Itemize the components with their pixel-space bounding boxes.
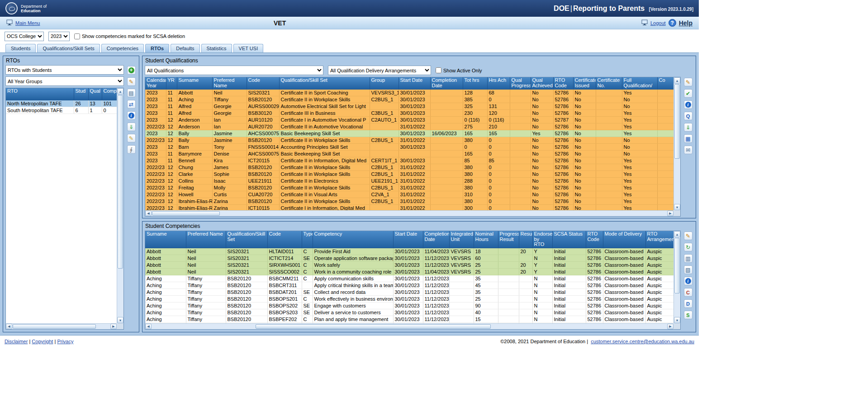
qualifications-vertical-scrollbar[interactable]: ▲ ▼: [674, 77, 680, 210]
show-active-only-checkbox[interactable]: [436, 67, 441, 73]
year-select[interactable]: 2023: [48, 32, 70, 41]
help-icon[interactable]: ?: [669, 19, 676, 27]
tab-statistics[interactable]: Statistics: [201, 44, 232, 52]
scroll-thumb[interactable]: [13, 324, 96, 329]
qualification-row[interactable]: 2023 11 Abbott Neil SIS20321 Certificate…: [145, 89, 674, 96]
qualification-usi-icon[interactable]: Q: [684, 112, 693, 120]
qualification-row[interactable]: 2023 11 Barrymore Denise AHCSS00075 Basi…: [145, 150, 674, 157]
copy-c-results-icon[interactable]: C: [684, 288, 693, 297]
qualification-filter-select[interactable]: All Qualifications: [145, 66, 323, 75]
paste-rto-icon[interactable]: ▤: [127, 89, 136, 97]
school-select[interactable]: OCS College: [5, 32, 44, 41]
tab-defaults[interactable]: Defaults: [171, 44, 199, 52]
competency-info-icon[interactable]: i: [684, 277, 693, 285]
rto-row[interactable]: North Metropolitan TAFE 26 13 101: [6, 100, 117, 107]
competency-row[interactable]: Aching Tiffany BSB20120 BSBCMM211 C Appl…: [145, 275, 674, 282]
qualification-row[interactable]: 2022/23 12 Chung James BSB20120 Certific…: [145, 164, 674, 170]
competency-row[interactable]: Aching Tiffany BSB20120 BSBDAT201 SE Col…: [145, 288, 674, 295]
rto-horizontal-scrollbar[interactable]: ◀ ▶: [6, 323, 117, 329]
qualification-row[interactable]: 2023 12 Anderson Ian AUR10120 Certificat…: [145, 116, 674, 123]
competencies-vertical-scrollbar[interactable]: ▲ ▼: [674, 231, 680, 323]
rto-row[interactable]: South Metropolitan TAFE 6 1 0: [6, 107, 117, 113]
scsa-deletion-checkbox[interactable]: [74, 33, 80, 39]
qualification-details-icon[interactable]: ▦: [684, 134, 693, 143]
update-results-icon[interactable]: ↻: [684, 243, 693, 251]
add-rto-icon[interactable]: +: [127, 66, 136, 75]
scroll-left-arrow[interactable]: ◀: [145, 211, 152, 216]
edit-competency-icon[interactable]: ✎: [684, 232, 693, 240]
rto-notes-icon[interactable]: ✎: [127, 134, 136, 142]
copy-s-results-icon[interactable]: S: [684, 311, 693, 319]
competency-row[interactable]: Abbott Neil SIS20321 SISSSCO002 C Work i…: [145, 268, 674, 275]
competency-row[interactable]: Aching Tiffany BSB20120 BSBPEF202 C Plan…: [145, 316, 674, 322]
copy-competencies-icon[interactable]: ▥: [684, 254, 693, 263]
tab-rtos[interactable]: RTOs: [145, 44, 169, 52]
export-rto-icon[interactable]: ⇓: [127, 123, 136, 131]
copy-d-results-icon[interactable]: D: [684, 299, 693, 308]
delivery-arrangement-filter-select[interactable]: All Qualification Delivery Arrangements: [328, 66, 431, 75]
qualification-row[interactable]: 2023 12 Bally Jasmine AHCSS00075 Basic B…: [145, 130, 674, 137]
rto-info-icon[interactable]: i: [127, 111, 136, 120]
qualification-info-icon[interactable]: i: [684, 100, 693, 109]
competency-row[interactable]: Abbott Neil SIS20321 ICTICT214 SE Operat…: [145, 255, 674, 261]
competency-row[interactable]: Abbott Neil SIS20321 HLTAID011 C Provide…: [145, 248, 674, 255]
qualification-row[interactable]: 2022/23 12 Ibrahim-Elias-Reub Zarina BSB…: [145, 198, 674, 204]
scroll-right-arrow[interactable]: ▶: [667, 324, 674, 329]
competency-row[interactable]: Abbott Neil SIS20321 SIRXWHS001 C Work s…: [145, 261, 674, 268]
scroll-down-arrow[interactable]: ▼: [674, 317, 680, 323]
scroll-left-arrow[interactable]: ◀: [6, 324, 12, 329]
qualification-row[interactable]: 2022/23 12 Anderson Ian AUR20720 Certifi…: [145, 123, 674, 130]
qualification-row[interactable]: 2023 11 Bennell Kira ICT20115 Certificat…: [145, 157, 674, 164]
import-results-icon[interactable]: ⇓: [684, 123, 693, 132]
competency-row[interactable]: Aching Tiffany BSB20120 BSBOPS201 C Work…: [145, 295, 674, 302]
qualification-row[interactable]: 2023 11 Aching Tiffany BSB20120 Certific…: [145, 96, 674, 103]
logout-link[interactable]: Logout: [650, 20, 666, 26]
support-email-link[interactable]: customer.service.centre@education.wa.edu…: [591, 339, 694, 344]
scroll-thumb[interactable]: [152, 211, 220, 216]
scroll-up-arrow[interactable]: ▲: [674, 231, 680, 237]
competency-row[interactable]: Aching Tiffany BSB20120 BSBCRT311 Apply …: [145, 282, 674, 288]
copyright-link[interactable]: Copyright: [32, 339, 53, 344]
qualification-row[interactable]: 2023 12 Barn Tony FNSSS00014 Accounting …: [145, 143, 674, 150]
qualification-row[interactable]: 2023 11 Alfred Georgie BSB30120 Certific…: [145, 109, 674, 116]
rto-vertical-scrollbar[interactable]: ▲ ▼: [117, 88, 123, 323]
competency-row[interactable]: Aching Tiffany BSB20120 BSBOPS203 SE Del…: [145, 309, 674, 316]
qualification-row[interactable]: 2023 11 Alfred Georgie AURSS00029 Automo…: [145, 103, 674, 109]
privacy-link[interactable]: Privacy: [57, 339, 73, 344]
scroll-right-arrow[interactable]: ▶: [667, 211, 674, 216]
tab-students[interactable]: Students: [5, 44, 36, 52]
qualification-row[interactable]: 2022/23 12 Bally Jasmine BSB20120 Certif…: [145, 137, 674, 143]
rto-filter-select[interactable]: RTOs with Students: [5, 65, 124, 75]
competency-row[interactable]: Aching Tiffany BSB20120 BSBOPS202 SE Eng…: [145, 302, 674, 309]
scroll-up-arrow[interactable]: ▲: [674, 77, 680, 84]
scroll-down-arrow[interactable]: ▼: [674, 204, 680, 210]
scroll-down-arrow[interactable]: ▼: [117, 317, 123, 323]
tab-qualifications-skill-sets[interactable]: Qualifications/Skill Sets: [37, 44, 100, 52]
qualification-row[interactable]: 2022/23 12 Ibrahim-Elias-Reub Zarina ICT…: [145, 204, 674, 210]
export-qualifications-icon[interactable]: ✉: [684, 146, 693, 154]
scroll-thumb[interactable]: [256, 324, 491, 329]
qualification-row[interactable]: 2022/23 12 Howell Curtis CUA20720 Certif…: [145, 191, 674, 198]
disclaimer-link[interactable]: Disclaimer: [5, 339, 28, 344]
help-link[interactable]: Help: [679, 19, 693, 27]
paste-competencies-icon[interactable]: ▧: [684, 265, 693, 274]
qualification-row[interactable]: 2022/23 12 Collins Isaac UEE21911 Certif…: [145, 177, 674, 184]
scroll-left-arrow[interactable]: ◀: [145, 324, 152, 329]
qualification-row[interactable]: 2022/23 12 Clarke Sophie BSB20120 Certif…: [145, 170, 674, 177]
scroll-thumb[interactable]: [118, 95, 123, 269]
edit-qualification-icon[interactable]: ✎: [684, 78, 693, 86]
transfer-students-icon[interactable]: ⇄: [127, 100, 136, 109]
main-menu-link[interactable]: Main Menu: [15, 20, 40, 26]
year-group-filter-select[interactable]: All Year Groups: [5, 76, 124, 86]
competencies-horizontal-scrollbar[interactable]: ◀ ▶: [145, 323, 674, 329]
validate-qualification-icon[interactable]: ✔: [684, 89, 693, 98]
edit-rto-icon[interactable]: ✎: [127, 77, 136, 86]
scroll-thumb[interactable]: [674, 238, 680, 293]
scroll-thumb[interactable]: [674, 84, 680, 159]
qualifications-horizontal-scrollbar[interactable]: ◀ ▶: [145, 210, 674, 216]
tab-vet-usi[interactable]: VET USI: [233, 44, 264, 52]
scroll-right-arrow[interactable]: ▶: [110, 324, 117, 329]
scroll-up-arrow[interactable]: ▲: [117, 88, 123, 95]
attachment-icon[interactable]: ∮: [127, 145, 136, 154]
tab-competencies[interactable]: Competencies: [101, 44, 144, 52]
